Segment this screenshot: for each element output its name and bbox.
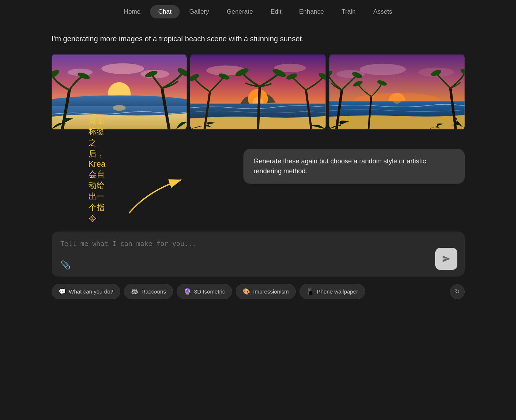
send-button[interactable] <box>435 248 457 270</box>
refresh-button[interactable]: ↻ <box>450 284 465 299</box>
chat-input[interactable] <box>60 240 456 254</box>
beach-image-2[interactable] <box>190 53 326 131</box>
nav-home[interactable]: Home <box>116 5 149 18</box>
send-icon <box>442 254 451 263</box>
chip-icon-question: 💬 <box>59 288 66 295</box>
chip-icon-3d: 🔮 <box>184 288 191 295</box>
nav-chat[interactable]: Chat <box>150 5 180 18</box>
chip-label-3d: 3D Isometric <box>194 288 225 295</box>
chip-label-phone: Phone wallpaper <box>317 288 358 295</box>
chip-what-can-you-do[interactable]: 💬 What can you do? <box>52 284 121 299</box>
chat-input-container: 📎 <box>52 232 465 277</box>
user-message-area: Generate these again but choose a random… <box>52 149 465 184</box>
chip-icon-raccoon: 🦝 <box>131 288 138 295</box>
main-content: I'm generating more images of a tropical… <box>37 22 479 306</box>
annotation-text: 点击标签之后，Krea 会自动给出一个指令 <box>89 115 105 224</box>
svg-point-1 <box>101 63 144 74</box>
beach-image-1[interactable] <box>52 53 187 131</box>
ai-message: I'm generating more images of a tropical… <box>52 33 465 44</box>
chip-3d-isometric[interactable]: 🔮 3D Isometric <box>177 284 232 299</box>
chip-label-impressionism: Impressionism <box>253 288 289 295</box>
svg-point-7 <box>112 105 125 111</box>
user-message-text: Generate these again but choose a random… <box>254 157 426 175</box>
chip-icon-phone: 📱 <box>307 288 314 295</box>
image-gallery <box>52 53 465 131</box>
svg-point-30 <box>360 64 406 75</box>
refresh-icon: ↻ <box>455 288 460 295</box>
chip-label-what: What can you do? <box>69 288 114 295</box>
user-message-bubble: Generate these again but choose a random… <box>243 149 465 184</box>
svg-line-20 <box>258 87 260 129</box>
chip-raccoons[interactable]: 🦝 Raccoons <box>124 284 173 299</box>
nav-train[interactable]: Train <box>333 5 364 18</box>
attach-icon[interactable]: 📎 <box>60 260 70 270</box>
chip-label-raccoons: Raccoons <box>141 288 166 295</box>
nav-edit[interactable]: Edit <box>263 5 290 18</box>
navigation-bar: Home Chat Gallery Generate Edit Enhance … <box>0 0 516 22</box>
beach-image-3[interactable] <box>329 53 465 131</box>
chip-impressionism[interactable]: 🎨 Impressionism <box>236 284 296 299</box>
chip-phone-wallpaper[interactable]: 📱 Phone wallpaper <box>299 284 365 299</box>
nav-generate[interactable]: Generate <box>219 5 261 18</box>
nav-enhance[interactable]: Enhance <box>291 5 332 18</box>
chip-icon-art: 🎨 <box>243 288 250 295</box>
nav-assets[interactable]: Assets <box>365 5 400 18</box>
suggestion-chips: 💬 What can you do? 🦝 Raccoons 🔮 3D Isome… <box>52 284 465 306</box>
nav-gallery[interactable]: Gallery <box>181 5 217 18</box>
